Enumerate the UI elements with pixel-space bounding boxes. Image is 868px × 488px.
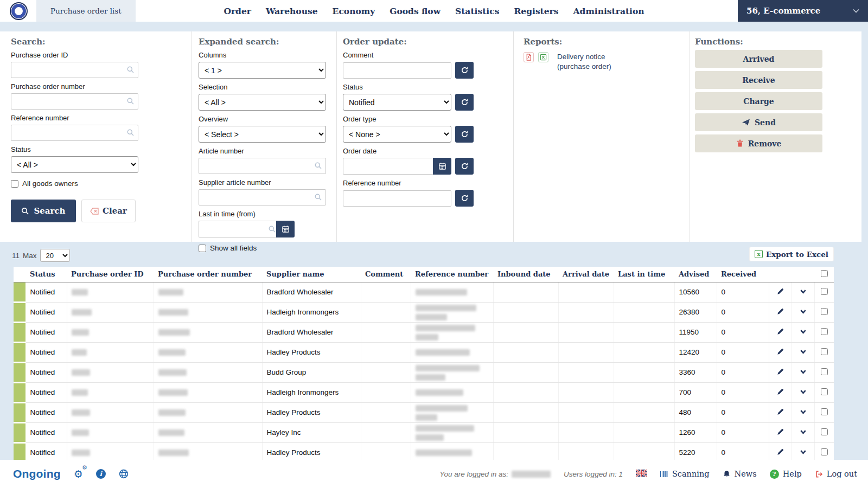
row-checkbox[interactable] <box>821 388 828 395</box>
search-icon <box>314 193 322 201</box>
edit-row-button[interactable] <box>769 402 792 422</box>
edit-row-button[interactable] <box>769 322 792 342</box>
clear-button[interactable]: Clear <box>81 200 136 222</box>
edit-row-button[interactable] <box>769 442 792 460</box>
expand-row-button[interactable] <box>792 422 814 442</box>
update-reference-button[interactable] <box>455 190 474 207</box>
pdf-file-icon[interactable] <box>524 52 534 62</box>
order-date-input[interactable] <box>343 158 433 175</box>
export-to-excel-button[interactable]: x Export to Excel <box>749 247 834 261</box>
row-checkbox[interactable] <box>821 368 828 375</box>
row-checkbox[interactable] <box>821 448 828 455</box>
comment-input[interactable] <box>343 62 451 79</box>
columns-select[interactable]: < 1 > <box>199 62 326 79</box>
arrived-button[interactable]: Arrived <box>695 50 822 68</box>
edit-row-button[interactable] <box>769 282 792 302</box>
reference-redacted <box>416 450 472 456</box>
po-id-cell <box>67 302 154 322</box>
reference-redacted <box>416 365 480 371</box>
supplier-article-number-input[interactable] <box>199 189 326 206</box>
globe-icon[interactable] <box>119 469 129 479</box>
overview-select[interactable]: < Select > <box>199 126 326 143</box>
expand-row-button[interactable] <box>792 302 814 322</box>
edit-row-button[interactable] <box>769 342 792 362</box>
row-checkbox[interactable] <box>821 348 828 355</box>
update-status-button[interactable] <box>455 94 474 111</box>
po-id-input[interactable] <box>11 62 138 78</box>
send-button[interactable]: Send <box>695 113 822 131</box>
supplier-cell: Hadleigh Ironmongers <box>262 302 361 322</box>
supplier-cell: Hadley Products <box>262 442 361 460</box>
chevron-down-icon <box>799 328 807 336</box>
nav-item-warehouse[interactable]: Warehouse <box>266 6 318 16</box>
nav-item-registers[interactable]: Registers <box>514 6 558 16</box>
article-number-input[interactable] <box>199 158 326 174</box>
expand-row-button[interactable] <box>792 362 814 382</box>
scanning-link[interactable]: Scanning <box>660 470 710 478</box>
article-number-label: Article number <box>199 147 336 155</box>
logout-link[interactable]: Log out <box>815 470 857 478</box>
update-order-date-button[interactable] <box>455 158 474 175</box>
pencil-icon <box>776 448 784 456</box>
edit-row-button[interactable] <box>769 362 792 382</box>
language-flag-icon[interactable] <box>636 469 647 479</box>
expand-row-button[interactable] <box>792 342 814 362</box>
tab-purchase-order-list[interactable]: Purchase order list <box>36 0 136 22</box>
edit-row-button[interactable] <box>769 382 792 402</box>
excel-file-icon[interactable] <box>538 52 548 62</box>
nav-item-administration[interactable]: Administration <box>573 6 644 16</box>
nav-item-statistics[interactable]: Statistics <box>455 6 499 16</box>
select-all-checkbox[interactable] <box>821 270 828 277</box>
update-comment-button[interactable] <box>455 62 474 79</box>
update-reference-label: Reference number <box>343 179 513 187</box>
expand-row-button[interactable] <box>792 382 814 402</box>
expand-row-button[interactable] <box>792 282 814 302</box>
order-date-calendar-button[interactable] <box>433 158 451 175</box>
row-checkbox[interactable] <box>821 428 828 435</box>
username-redacted <box>512 471 551 478</box>
columns-label: Columns <box>199 51 336 59</box>
update-status-select[interactable]: Notified <box>343 94 451 111</box>
settings-gears-icon[interactable]: ⚙⚙ <box>74 468 83 480</box>
expand-row-button[interactable] <box>792 442 814 460</box>
po-number-cell <box>154 282 262 302</box>
reports-panel: Reports: Delivery notice (purchase order… <box>514 31 690 242</box>
row-checkbox[interactable] <box>821 408 828 415</box>
app-logo[interactable] <box>0 0 36 22</box>
row-checkbox[interactable] <box>821 288 828 295</box>
help-link[interactable]: ? Help <box>770 470 802 479</box>
edit-row-button[interactable] <box>769 422 792 442</box>
update-reference-input[interactable] <box>343 190 451 207</box>
selection-select[interactable]: < All > <box>199 94 326 111</box>
remove-button[interactable]: Remove <box>695 134 822 152</box>
expanded-search-title: Expanded search: <box>199 37 336 47</box>
edit-row-button[interactable] <box>769 302 792 322</box>
po-id-redacted <box>72 309 92 316</box>
update-order-type-button[interactable] <box>455 126 474 143</box>
expand-row-button[interactable] <box>792 402 814 422</box>
info-icon[interactable]: i <box>96 469 106 479</box>
report-link[interactable]: Delivery notice (purchase order) <box>557 52 639 72</box>
nav-item-economy[interactable]: Economy <box>333 6 375 16</box>
expand-row-button[interactable] <box>792 322 814 342</box>
row-checkbox[interactable] <box>821 308 828 315</box>
advised-cell: 3360 <box>674 362 717 382</box>
calendar-button[interactable] <box>276 221 295 237</box>
search-button[interactable]: Search <box>11 200 76 222</box>
order-type-select[interactable]: < None > <box>343 126 451 143</box>
nav-item-goods-flow[interactable]: Goods flow <box>390 6 441 16</box>
po-number-input[interactable] <box>11 93 138 110</box>
receive-button[interactable]: Receive <box>695 71 822 89</box>
status-select[interactable]: < All > <box>11 156 138 173</box>
comment-label: Comment <box>343 51 513 59</box>
page-size-select[interactable]: 20 <box>40 249 70 262</box>
ongoing-brand[interactable]: Ongoing <box>13 467 61 480</box>
all-goods-owners-checkbox[interactable] <box>11 180 18 188</box>
news-link[interactable]: News <box>723 470 757 478</box>
charge-button[interactable]: Charge <box>695 92 822 110</box>
nav-item-order[interactable]: Order <box>224 6 251 16</box>
reference-number-input[interactable] <box>11 125 138 141</box>
row-checkbox[interactable] <box>821 328 828 335</box>
reference-redacted <box>416 305 476 311</box>
account-selector[interactable]: 56, E-commerce <box>738 0 868 22</box>
